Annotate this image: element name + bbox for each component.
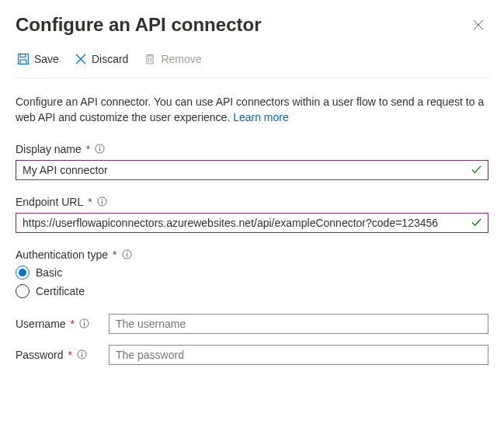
username-label: Username	[16, 318, 66, 330]
required-indicator: *	[88, 196, 92, 208]
required-indicator: *	[68, 349, 71, 361]
svg-point-16	[82, 352, 82, 353]
svg-rect-17	[82, 354, 82, 357]
auth-type-label: Authentication type	[16, 248, 108, 261]
svg-point-10	[126, 252, 127, 252]
svg-rect-8	[102, 201, 103, 204]
svg-point-4	[99, 146, 100, 147]
svg-point-7	[101, 199, 102, 200]
password-input[interactable]	[109, 345, 488, 365]
toolbar: Save Discard Remove	[16, 50, 488, 78]
remove-button-label: Remove	[161, 53, 201, 65]
auth-type-certificate-radio[interactable]: Certificate	[16, 284, 488, 298]
endpoint-url-input[interactable]	[16, 213, 488, 233]
radio-icon	[16, 284, 30, 298]
discard-icon	[75, 53, 87, 65]
info-icon[interactable]	[97, 196, 107, 207]
remove-button: Remove	[142, 50, 203, 68]
save-icon	[17, 53, 30, 65]
page-title: Configure an API connector	[16, 14, 261, 36]
required-indicator: *	[86, 143, 90, 155]
svg-point-13	[84, 321, 85, 321]
required-indicator: *	[113, 248, 116, 261]
intro-text: Configure an API connector. You can use …	[16, 94, 488, 126]
svg-rect-5	[99, 148, 100, 151]
checkmark-icon	[471, 217, 482, 228]
trash-icon	[144, 53, 156, 65]
auth-type-radio-group: Basic Certificate	[16, 266, 488, 298]
radio-label-certificate: Certificate	[36, 285, 85, 297]
close-icon	[473, 19, 484, 30]
required-indicator: *	[71, 318, 75, 330]
svg-rect-2	[20, 60, 26, 64]
svg-rect-1	[20, 54, 26, 57]
save-button[interactable]: Save	[16, 50, 61, 68]
info-icon[interactable]	[77, 349, 87, 360]
svg-rect-14	[84, 323, 85, 326]
username-input[interactable]	[109, 314, 488, 334]
info-icon[interactable]	[122, 249, 132, 259]
svg-rect-11	[126, 254, 127, 257]
discard-button[interactable]: Discard	[73, 50, 130, 68]
info-icon[interactable]	[79, 318, 89, 328]
discard-button-label: Discard	[92, 53, 128, 65]
radio-label-basic: Basic	[36, 266, 62, 279]
password-label: Password	[16, 349, 63, 361]
auth-type-basic-radio[interactable]: Basic	[16, 266, 488, 280]
endpoint-url-label: Endpoint URL	[16, 196, 83, 208]
display-name-input[interactable]	[16, 160, 488, 180]
checkmark-icon	[471, 164, 482, 176]
radio-icon	[16, 266, 30, 280]
learn-more-link[interactable]: Learn more	[233, 111, 289, 123]
close-button[interactable]	[468, 15, 488, 35]
info-icon[interactable]	[95, 144, 105, 154]
save-button-label: Save	[34, 53, 59, 65]
display-name-label: Display name	[16, 143, 82, 155]
